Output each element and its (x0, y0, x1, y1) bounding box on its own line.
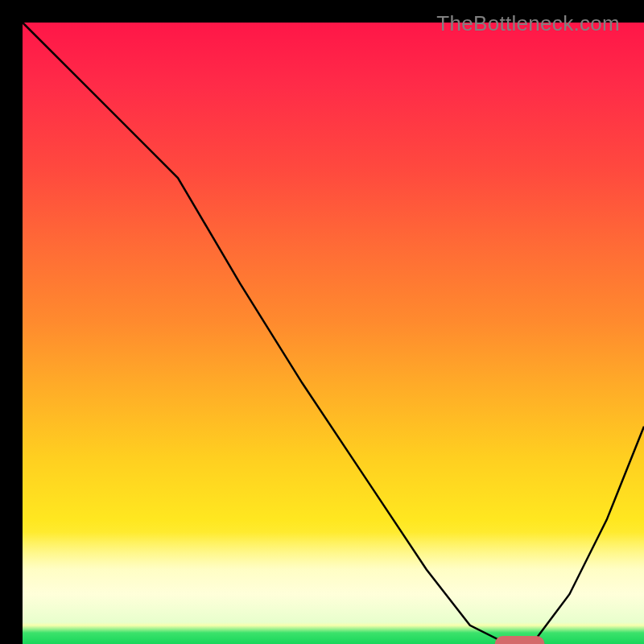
chart-svg (23, 23, 644, 644)
bottleneck-curve (23, 23, 644, 644)
watermark-text: TheBottleneck.com (436, 11, 620, 36)
chart-frame: TheBottleneck.com (0, 0, 644, 644)
optimal-marker (495, 636, 545, 644)
